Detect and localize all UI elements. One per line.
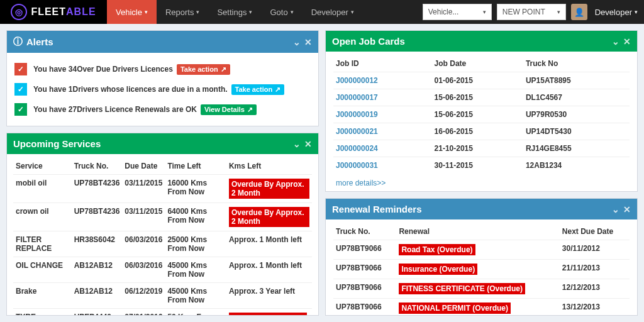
caret-down-icon: ▾ bbox=[291, 9, 294, 15]
cell-kmsleft: Overdue By 12 Days bbox=[226, 309, 312, 316]
table-row: crown oilUP78BT423603/11/201564000 Kms F… bbox=[13, 203, 312, 231]
cell-jobid[interactable]: J000000021 bbox=[333, 123, 432, 140]
table-row: J00000001715-06-2015DL1C4567 bbox=[333, 89, 630, 106]
renewals-title: Renewal Reminders bbox=[332, 204, 422, 214]
close-icon[interactable]: ✕ bbox=[623, 204, 631, 214]
brand-text-1: FLEET bbox=[31, 6, 66, 18]
cell-truck: AB12AB12 bbox=[72, 283, 123, 309]
right-column: Open Job Cards ⌄ ✕ Job IDJob DateTruck N… bbox=[325, 30, 638, 316]
nav-label: Goto bbox=[270, 8, 287, 17]
check-icon: ✓ bbox=[14, 83, 27, 96]
table-row: J00000003130-11-201512AB1234 bbox=[333, 157, 630, 174]
jobs-more-link[interactable]: more details>> bbox=[333, 174, 630, 187]
cell-truck: RJ14GE8455 bbox=[523, 140, 630, 157]
nav-item-reports[interactable]: Reports▾ bbox=[157, 0, 209, 24]
jobs-body: Job IDJob DateTruck NoJ00000001201-06-20… bbox=[326, 52, 637, 191]
cell-jobid[interactable]: J000000017 bbox=[333, 89, 432, 106]
topbar: FLEETABLE Vehicle▾Reports▾Settings▾Goto▾… bbox=[0, 0, 644, 24]
cell-renewal: FITNESS CERTIFICATE (Overdue) bbox=[396, 279, 559, 299]
table-row: UP78BT9066Road Tax (Overdue)30/11/2012 bbox=[333, 240, 630, 260]
point-select-value: NEW POINT bbox=[502, 8, 545, 16]
cell-truck: UP78BT4236 bbox=[72, 175, 123, 203]
alerts-panel: ⓘ Alerts ⌄ ✕ ✓You have 34Over Due Driver… bbox=[6, 30, 319, 126]
nav-item-settings[interactable]: Settings▾ bbox=[208, 0, 261, 24]
alerts-title: Alerts bbox=[26, 36, 53, 47]
col-header: Service bbox=[13, 158, 72, 175]
cell-jobid[interactable]: J000000024 bbox=[333, 140, 432, 157]
close-icon[interactable]: ✕ bbox=[304, 139, 312, 149]
cell-truck: UP14DT5430 bbox=[523, 123, 630, 140]
cell-truck: UPEP4440 bbox=[72, 309, 123, 316]
cell-jobid[interactable]: J000000031 bbox=[333, 157, 432, 174]
cell-jobdate: 15-06-2015 bbox=[432, 106, 523, 123]
caret-down-icon: ▾ bbox=[483, 9, 486, 15]
services-body: ServiceTruck No.Due DateTime LeftKms Lef… bbox=[7, 154, 318, 315]
cell-duedate: 13/12/2013 bbox=[560, 299, 630, 316]
cell-kmsleft: Overdue By Approx. 2 Month bbox=[226, 203, 312, 231]
cell-service: OIL CHANGE bbox=[13, 257, 72, 283]
user-menu[interactable]: Developer ▾ bbox=[595, 8, 638, 17]
vehicle-select[interactable]: Vehicle... ▾ bbox=[423, 4, 492, 20]
overdue-badge: FITNESS CERTIFICATE (Overdue) bbox=[399, 283, 525, 294]
cell-truck: UP15AT8895 bbox=[523, 72, 630, 89]
close-icon[interactable]: ✕ bbox=[304, 37, 312, 47]
alert-action-button[interactable]: Take action ↗ bbox=[231, 84, 285, 95]
cell-jobid[interactable]: J000000019 bbox=[333, 106, 432, 123]
cell-duedate: 06/03/2016 bbox=[122, 231, 165, 257]
table-row: J00000002116-06-2015UP14DT5430 bbox=[333, 123, 630, 140]
cell-truck: UP78BT9066 bbox=[333, 240, 396, 260]
alert-action-button[interactable]: Take action ↗ bbox=[177, 64, 230, 75]
cell-renewal: NATIONAL PERMIT (Overdue) bbox=[396, 299, 559, 316]
nav-item-vehicle[interactable]: Vehicle▾ bbox=[107, 0, 157, 24]
alert-text: You have 27Drivers Licence Renewals are … bbox=[33, 105, 197, 114]
alert-action-button[interactable]: View Details ↗ bbox=[201, 104, 257, 115]
collapse-icon[interactable]: ⌄ bbox=[612, 36, 619, 47]
table-row: UP78BT9066NATIONAL PERMIT (Overdue)13/12… bbox=[333, 299, 630, 316]
cell-service: FILTER REPLACE bbox=[13, 231, 72, 257]
topbar-right: Vehicle... ▾ NEW POINT ▾ 👤 Developer ▾ bbox=[423, 0, 644, 24]
collapse-icon[interactable]: ⌄ bbox=[293, 139, 301, 149]
nav-label: Reports bbox=[165, 8, 194, 17]
jobs-panel: Open Job Cards ⌄ ✕ Job IDJob DateTruck N… bbox=[325, 30, 638, 192]
table-row: FILTER REPLACEHR38S604206/03/201625000 K… bbox=[13, 231, 312, 257]
logo-icon bbox=[11, 4, 27, 20]
cell-truck: UP78BT9066 bbox=[333, 260, 396, 279]
user-name: Developer bbox=[595, 8, 632, 17]
nav-item-goto[interactable]: Goto▾ bbox=[261, 0, 302, 24]
close-icon[interactable]: ✕ bbox=[623, 36, 631, 47]
services-panel: Upcoming Services ⌄ ✕ ServiceTruck No.Du… bbox=[6, 133, 319, 316]
jobs-table: Job IDJob DateTruck NoJ00000001201-06-20… bbox=[333, 55, 630, 174]
point-select[interactable]: NEW POINT ▾ bbox=[497, 4, 566, 20]
content-area: ⓘ Alerts ⌄ ✕ ✓You have 34Over Due Driver… bbox=[0, 24, 644, 322]
cell-kmsleft: Approx. 1 Month left bbox=[226, 257, 312, 283]
col-header: Kms Left bbox=[226, 158, 312, 175]
avatar[interactable]: 👤 bbox=[571, 4, 587, 20]
cell-jobdate: 30-11-2015 bbox=[432, 157, 523, 174]
collapse-icon[interactable]: ⌄ bbox=[612, 204, 619, 214]
alerts-body: ✓You have 34Over Due Drivers LicencesTak… bbox=[7, 53, 318, 126]
caret-down-icon: ▾ bbox=[557, 9, 560, 15]
table-row: TYRE CHANGEUPEP444007/01/201650 Kms From… bbox=[13, 309, 312, 316]
collapse-icon[interactable]: ⌄ bbox=[293, 37, 301, 47]
share-icon: ↗ bbox=[221, 65, 226, 74]
col-header: Job ID bbox=[333, 55, 432, 72]
cell-duedate: 07/01/2016 bbox=[122, 309, 165, 316]
cell-truck: HR38S6042 bbox=[72, 231, 123, 257]
brand-logo[interactable]: FLEETABLE bbox=[0, 0, 107, 24]
cell-duedate: 21/11/2013 bbox=[560, 260, 630, 279]
renewals-header: Renewal Reminders ⌄ ✕ bbox=[326, 199, 637, 219]
check-icon: ✓ bbox=[14, 63, 27, 75]
cell-jobid[interactable]: J000000012 bbox=[333, 72, 432, 89]
cell-kmsleft: Approx. 3 Year left bbox=[226, 283, 312, 309]
table-row: mobil oilUP78BT423603/11/201516000 Kms F… bbox=[13, 175, 312, 203]
cell-duedate: 06/03/2016 bbox=[122, 257, 165, 283]
caret-down-icon: ▾ bbox=[351, 9, 354, 15]
overdue-badge: Overdue By Approx. 2 Month bbox=[229, 179, 309, 199]
cell-duedate: 12/12/2013 bbox=[560, 279, 630, 299]
table-row: OIL CHANGEAB12AB1206/03/201645000 Kms Fr… bbox=[13, 257, 312, 283]
main-nav: Vehicle▾Reports▾Settings▾Goto▾Developer▾ bbox=[107, 0, 363, 24]
cell-jobdate: 16-06-2015 bbox=[432, 123, 523, 140]
nav-item-developer[interactable]: Developer▾ bbox=[303, 0, 363, 24]
cell-renewal: Road Tax (Overdue) bbox=[396, 240, 559, 260]
alert-row: ✓You have 1Drivers whose licences are du… bbox=[14, 79, 311, 99]
